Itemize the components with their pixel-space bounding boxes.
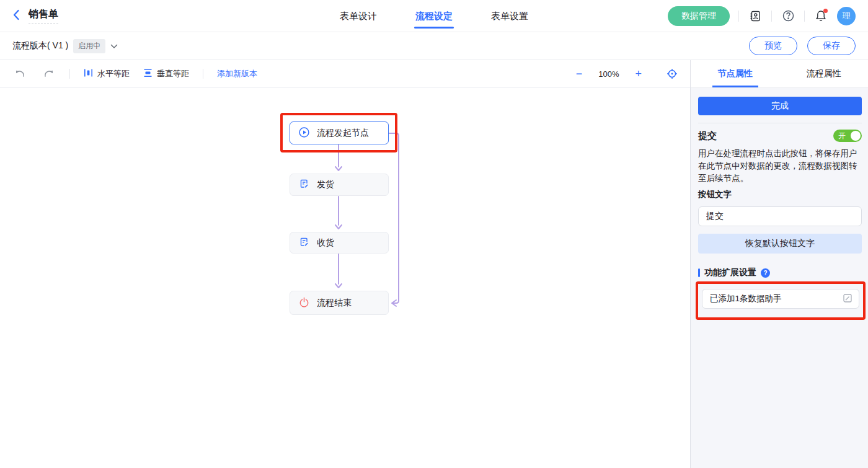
vertical-distribute-label: 垂直等距 xyxy=(157,68,189,79)
document-edit-icon xyxy=(299,237,309,249)
play-circle-icon xyxy=(299,127,309,139)
horizontal-distribute-icon xyxy=(84,68,93,79)
canvas-toolbar: 水平等距 垂直等距 添加新版本 − 100% + xyxy=(0,60,690,88)
zoom-in-button[interactable]: + xyxy=(635,68,642,79)
divider xyxy=(738,11,739,22)
toggle-on-label: 开 xyxy=(838,131,846,141)
preview-button[interactable]: 预览 xyxy=(749,37,797,55)
flow-edges xyxy=(0,88,690,468)
tab-node-properties[interactable]: 节点属性 xyxy=(691,60,779,87)
divider xyxy=(698,123,862,123)
node-label: 收货 xyxy=(317,237,334,249)
divider xyxy=(69,69,70,79)
zoom-out-button[interactable]: − xyxy=(576,68,583,79)
properties-panel: 节点属性 流程属性 完成 提交 开 用户在处理流程时点击此按钮，将保存用户在此节… xyxy=(690,60,868,468)
top-bar: 销售单 表单设计 流程设定 表单设置 数据管理 xyxy=(0,0,868,32)
submit-toggle[interactable]: 开 xyxy=(833,130,862,142)
divider xyxy=(203,69,203,79)
notification-badge xyxy=(823,9,828,13)
tab-form-design[interactable]: 表单设计 xyxy=(340,11,377,22)
vertical-distribute-icon xyxy=(143,68,153,79)
save-button[interactable]: 保存 xyxy=(807,37,856,55)
redo-icon[interactable] xyxy=(41,66,56,81)
flow-node-receive[interactable]: 收货 xyxy=(290,232,389,254)
node-label: 流程结束 xyxy=(317,298,352,309)
data-assistant-item[interactable]: 已添加1条数据助手 xyxy=(702,289,859,309)
flow-canvas[interactable]: 流程发起节点 发货 xyxy=(0,88,690,468)
locate-target-icon[interactable] xyxy=(666,68,678,79)
node-label: 流程发起节点 xyxy=(317,128,369,139)
chevron-left-icon xyxy=(12,9,20,23)
page-title[interactable]: 销售单 xyxy=(29,8,58,24)
horizontal-distribute-label: 水平等距 xyxy=(97,68,130,79)
node-label: 发货 xyxy=(317,179,334,190)
notification-bell-icon[interactable] xyxy=(813,9,828,24)
help-question-icon[interactable]: ? xyxy=(761,268,770,278)
complete-button[interactable]: 完成 xyxy=(698,97,862,115)
flow-node-start[interactable]: 流程发起节点 xyxy=(290,121,389,144)
data-manage-button[interactable]: 数据管理 xyxy=(668,6,730,26)
annotation-assistant: 已添加1条数据助手 xyxy=(696,281,866,320)
address-book-icon[interactable] xyxy=(748,9,763,24)
version-selector[interactable]: 流程版本( V1 ) 启用中 xyxy=(12,39,118,53)
horizontal-distribute-button[interactable]: 水平等距 xyxy=(84,68,130,79)
undo-icon[interactable] xyxy=(12,66,27,81)
version-bar: 流程版本( V1 ) 启用中 预览 保存 xyxy=(0,32,868,60)
flow-node-end[interactable]: 流程结束 xyxy=(290,291,389,315)
section-marker xyxy=(698,268,700,277)
back-button[interactable] xyxy=(12,9,20,23)
document-edit-icon xyxy=(299,179,309,191)
version-label: 流程版本( V1 ) xyxy=(12,40,68,51)
help-icon[interactable] xyxy=(781,9,795,24)
main-tabs: 表单设计 流程设定 表单设置 xyxy=(340,0,528,32)
flow-node-ship[interactable]: 发货 xyxy=(290,174,389,196)
assistant-text: 已添加1条数据助手 xyxy=(710,293,782,304)
toggle-knob xyxy=(851,131,861,141)
divider xyxy=(771,11,772,22)
submit-description: 用户在处理流程时点击此按钮，将保存用户在此节点中对数据的更改，流程数据视图转至后… xyxy=(698,148,862,185)
button-text-input[interactable] xyxy=(698,206,862,226)
tab-form-settings[interactable]: 表单设置 xyxy=(491,11,528,22)
avatar[interactable]: 理 xyxy=(837,7,856,25)
chevron-down-icon[interactable] xyxy=(110,40,118,51)
divider xyxy=(804,11,805,22)
add-version-link[interactable]: 添加新版本 xyxy=(217,68,257,79)
submit-section-title: 提交 xyxy=(698,130,717,142)
restore-default-button[interactable]: 恢复默认按钮文字 xyxy=(698,234,862,254)
status-badge: 启用中 xyxy=(73,39,105,53)
zoom-level: 100% xyxy=(598,69,619,79)
vertical-distribute-button[interactable]: 垂直等距 xyxy=(143,68,189,79)
tab-flow-properties[interactable]: 流程属性 xyxy=(779,60,868,87)
edit-pencil-icon[interactable] xyxy=(843,293,852,305)
button-text-label: 按钮文字 xyxy=(698,189,862,200)
extension-section-title: 功能扩展设置 xyxy=(704,267,756,278)
power-icon xyxy=(299,297,309,309)
tab-flow-setting[interactable]: 流程设定 xyxy=(415,11,453,22)
